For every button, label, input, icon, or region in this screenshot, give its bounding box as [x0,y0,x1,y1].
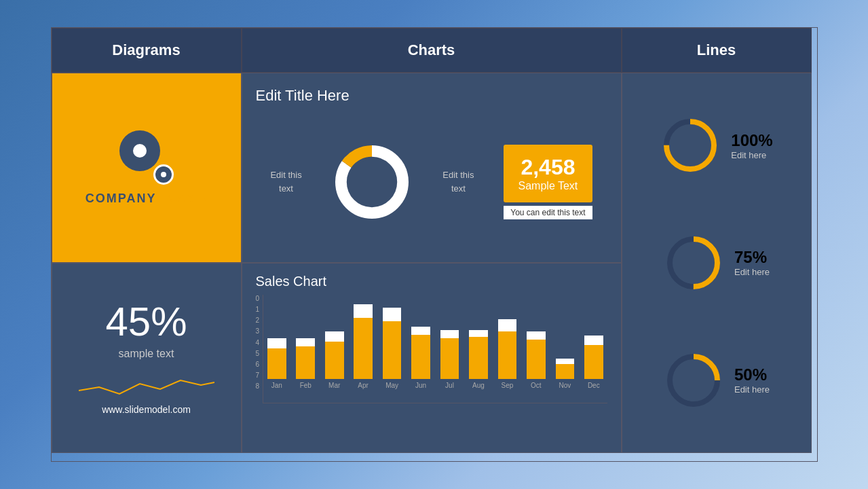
donut-svg [331,141,413,223]
bar-apr-white [354,304,373,318]
donut-100-edit: Edit here [731,150,772,160]
bar-aug-orange [469,337,488,379]
bar-mar-stack [325,331,344,379]
header-charts-label: Charts [408,41,455,59]
bar-nov: Nov [552,295,578,389]
value-number: 2,458 [517,155,578,180]
bar-sep: Sep [494,295,521,389]
donut-chart [331,141,413,223]
company-word: COMPANY [86,192,156,205]
other-cell: 100% Edit here 75% Edit here 50% Edit [622,73,812,453]
bar-apr-stack [354,304,373,379]
bar-jul-stack [440,330,459,379]
sample-text: sample text [119,348,174,360]
bar-aug-stack [469,330,488,379]
header-diagrams: Diagrams [52,28,242,73]
percent-value: 45% [105,302,187,342]
header-diagrams-label: Diagrams [112,41,180,59]
bar-feb-white [296,338,315,346]
bar-nov-stack [556,359,575,379]
bar-jan-orange [267,348,286,379]
logo-cell: COMPANY NAME [52,73,242,263]
donut-100-percent: 100% [731,131,772,150]
bar-aug: Aug [465,295,491,389]
edit-left-text: Edit thistext [270,168,301,195]
bar-may-orange [383,321,402,379]
bar-sep-orange [498,331,517,379]
bar-jun-stack [411,327,430,379]
donut-50-percent: 50% [734,365,770,384]
bar-mar: Mar [321,295,347,389]
y-axis: 8 7 6 5 4 3 2 1 0 [256,295,263,390]
svg-point-3 [350,159,395,204]
bar-jul-white [440,330,459,338]
bar-apr: Apr [350,295,376,389]
donut-75: 75% Edit here [663,232,770,293]
bar-oct: Oct [523,295,549,389]
bar-nov-orange [556,364,575,379]
bar-jul: Jul [436,295,463,389]
bar-dec-orange [584,345,603,379]
charts-bottom-cell: Sales Chart 8 7 6 5 4 3 2 1 0 [242,263,622,453]
bar-jan: Jan [263,295,290,389]
bar-chart: 8 7 6 5 4 3 2 1 0 Jan [256,295,607,403]
donut-section: Edit thistext Edit thistext 2,458 [256,115,607,249]
bars-container: Jan Feb Mar [263,295,607,403]
donut-50: 50% Edit here [663,350,770,411]
header-lines-label: Lines [697,41,736,59]
donut-50-edit: Edit here [734,384,770,395]
header-lines: Lines [622,28,812,73]
bar-feb-orange [296,346,315,379]
donut-75-svg [663,232,724,293]
bar-jun-orange [411,335,430,379]
donut-100: 100% Edit here [660,115,772,176]
bar-oct-stack [527,331,546,379]
bar-sep-stack [498,319,517,379]
bar-feb: Feb [293,295,319,389]
logo-icon [119,130,174,185]
bar-apr-orange [354,318,373,379]
bar-jun-white [411,327,430,335]
bar-mar-orange [325,342,344,379]
donut-50-labels: 50% Edit here [734,365,770,395]
website-url: www.slidemodel.com [102,404,191,415]
bar-jan-stack [267,338,286,379]
sparkline-svg [79,370,214,397]
sales-chart-title: Sales Chart [256,274,607,289]
donut-50-svg [663,350,724,411]
bar-oct-orange [527,340,546,379]
bar-jan-white [267,338,286,348]
bar-may-stack [383,308,402,379]
donut-100-labels: 100% Edit here [731,131,772,160]
bar-may-white [383,308,402,321]
chart-top-title: Edit Title Here [256,87,607,105]
edit-right-text: Edit thistext [442,168,474,195]
logo-pin-dot [161,172,166,177]
bar-dec: Dec [580,295,607,389]
value-label: Sample Text [517,180,578,192]
logo-inner-dot [133,144,147,158]
donut-75-percent: 75% [734,248,770,267]
bar-nov-white [556,359,575,364]
bar-sep-white [498,319,517,331]
bar-mar-white [325,331,344,342]
bar-aug-white [469,330,488,337]
donut-100-svg [660,115,721,176]
dashboard: Diagrams Charts Lines COMPANY NAME Edit … [51,27,818,462]
logo-pin [153,164,174,185]
value-sub: You can edit this text [504,206,592,219]
value-box: 2,458 Sample Text You can edit this text [504,145,592,219]
name-word: NAME [166,192,207,205]
bar-feb-stack [296,338,315,379]
bar-oct-white [527,331,546,340]
charts-top-cell: Edit Title Here Edit thistext Edit thist… [242,73,622,263]
donut-75-edit: Edit here [734,267,770,277]
bar-dec-stack [584,336,603,379]
bar-dec-white [584,336,603,345]
logo-circle [119,130,160,171]
header-charts: Charts [242,28,622,73]
bar-jun: Jun [407,295,434,389]
company-name: COMPANY NAME [86,192,207,206]
stats-cell: 45% sample text www.slidemodel.com [52,263,242,453]
bar-jul-orange [440,338,459,379]
